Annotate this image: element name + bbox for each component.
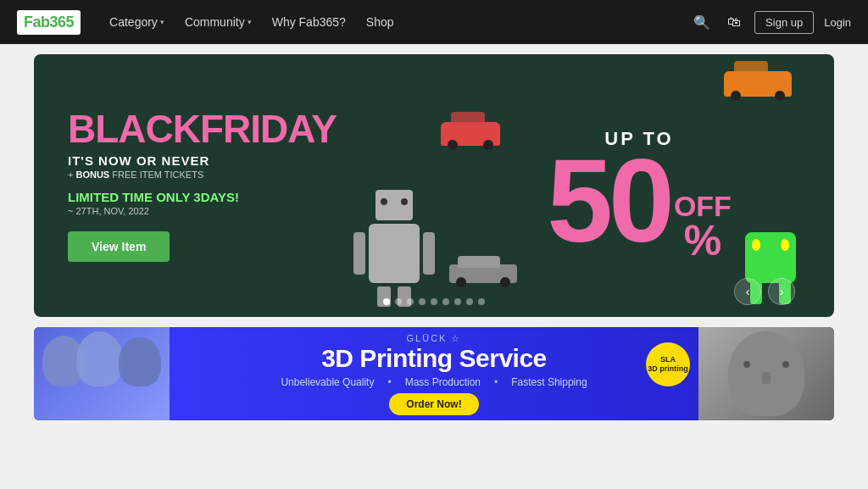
- hero-date-text: ~ 27TH, NOV, 2022: [68, 206, 280, 216]
- dot-2[interactable]: [395, 298, 402, 305]
- second-banner: GLÜCK ☆ 3D Printing Service Unbelievable…: [34, 327, 834, 420]
- nav-shop-label: Shop: [366, 15, 394, 29]
- head-nose: [762, 372, 771, 384]
- orange-car-wheel-front: [775, 91, 785, 101]
- monster-eye-left: [752, 239, 760, 251]
- face-center: [76, 331, 123, 386]
- orange-car-body: [724, 71, 792, 97]
- hero-offer-area: UP TO 50 OFF %: [478, 54, 800, 317]
- nav-links: Category ▾ Community ▾ Why Fab365? Shop: [101, 10, 690, 34]
- badge-line1: SLA: [660, 355, 676, 364]
- order-button[interactable]: Order Now!: [389, 393, 478, 415]
- nav-item-why[interactable]: Why Fab365?: [264, 10, 354, 34]
- logo-365: 365: [50, 14, 75, 31]
- hero-blackfriday-text: BLACKFRIDAY: [68, 109, 280, 148]
- off-percent-col: OFF %: [674, 191, 732, 260]
- nav-category-label: Category: [109, 15, 158, 29]
- nav-item-shop[interactable]: Shop: [358, 10, 403, 34]
- dot-7[interactable]: [454, 298, 461, 305]
- robot-model: [356, 190, 432, 292]
- view-item-button[interactable]: View Item: [68, 231, 170, 262]
- slider-dots: [383, 298, 485, 305]
- offer-number-row: 50 OFF %: [547, 142, 732, 260]
- banner-left-image: [34, 327, 170, 420]
- badge-line2: 3D printing: [648, 364, 688, 374]
- bag-icon[interactable]: 🛍: [724, 11, 744, 33]
- green-monster-model: [745, 232, 796, 283]
- banner-title: 3D Printing Service: [321, 344, 547, 373]
- hero-limited-text: LIMITED TIME LIMITED TIME ONLY 3DAYS!ONL…: [68, 190, 280, 204]
- hero-subtitle-text: IT'S NOW OR NEVER: [68, 153, 280, 168]
- slider-next-button[interactable]: ›: [768, 278, 795, 305]
- banner-gluck-text: GLÜCK ☆: [407, 333, 462, 344]
- slider-prev-button[interactable]: ‹: [734, 278, 761, 305]
- hero-banner: BLACKFRIDAY IT'S NOW OR NEVER + BONUS FR…: [34, 54, 834, 317]
- dot-3[interactable]: [407, 298, 414, 305]
- banner-center-content: GLÜCK ☆ 3D Printing Service Unbelievable…: [170, 333, 698, 415]
- delorean-wheel-back: [456, 277, 466, 287]
- bullet-2: •: [494, 376, 498, 388]
- robot-eye-left: [381, 198, 387, 205]
- chevron-down-icon: ▾: [160, 18, 164, 26]
- search-icon[interactable]: 🔍: [690, 11, 714, 34]
- dot-6[interactable]: [442, 298, 449, 305]
- banner-shipping: Fastest Shipping: [511, 376, 587, 388]
- banner-subtitle: Unbelievable Quality • Mass Production •…: [281, 376, 587, 388]
- nav-right: 🔍 🛍 Sign up Login: [690, 11, 851, 34]
- navbar: Fab365 Category ▾ Community ▾ Why Fab365…: [0, 0, 868, 44]
- robot-body: [369, 224, 420, 283]
- face-right: [119, 337, 161, 386]
- head-eye-left: [743, 361, 750, 368]
- banner-production: Mass Production: [405, 376, 481, 388]
- orange-car-model: [724, 71, 792, 97]
- dot-1[interactable]: [383, 298, 390, 305]
- percent-text: %: [674, 222, 732, 260]
- orange-car-top: [734, 61, 768, 75]
- bullet-1: •: [387, 376, 391, 388]
- dot-9[interactable]: [478, 298, 485, 305]
- offer-text-block: UP TO 50 OFF %: [547, 128, 732, 260]
- dot-4[interactable]: [419, 298, 426, 305]
- head-eye-right: [782, 361, 789, 368]
- banner-right-image: [698, 327, 834, 420]
- hero-bonus-text: + BONUS FREE ITEM TICKETS: [68, 169, 280, 180]
- nav-item-community[interactable]: Community ▾: [176, 10, 260, 34]
- monster-body: [745, 232, 796, 283]
- login-button[interactable]: Login: [824, 16, 851, 29]
- robot-arm-left: [353, 232, 365, 275]
- dot-5[interactable]: [431, 298, 437, 305]
- fifty-text: 50: [547, 142, 670, 260]
- red-car-wheel-back: [448, 140, 458, 150]
- banner-quality: Unbelievable Quality: [281, 376, 374, 388]
- orange-car-wheel-back: [731, 91, 741, 101]
- 3d-head-model: [728, 331, 804, 416]
- robot-arm-right: [423, 232, 435, 275]
- monster-eye-right: [781, 239, 789, 251]
- chevron-down-icon: ▾: [248, 18, 252, 26]
- nav-community-label: Community: [185, 15, 245, 29]
- nav-item-category[interactable]: Category ▾: [101, 10, 173, 34]
- robot-eye-right: [401, 198, 408, 205]
- nav-why-label: Why Fab365?: [272, 15, 346, 29]
- signup-button[interactable]: Sign up: [754, 11, 814, 34]
- hero-left-content: BLACKFRIDAY IT'S NOW OR NEVER + BONUS FR…: [34, 84, 305, 287]
- logo-fab: Fab: [24, 14, 50, 31]
- sla-badge: SLA 3D printing: [646, 342, 690, 386]
- logo[interactable]: Fab365: [17, 10, 81, 35]
- dot-8[interactable]: [466, 298, 473, 305]
